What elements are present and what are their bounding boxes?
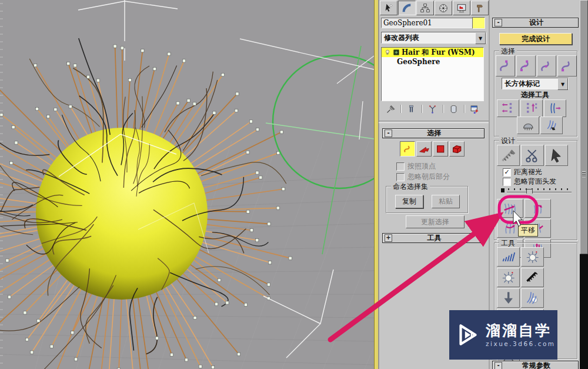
checkbox-icon[interactable]: [396, 173, 405, 181]
display-tab[interactable]: [453, 1, 470, 15]
configure-modifier-sets-button[interactable]: [467, 103, 482, 115]
remove-modifier-button[interactable]: [446, 103, 460, 115]
copy-button[interactable]: 复制: [395, 195, 423, 208]
scrollbar-grip-icon: [582, 171, 586, 177]
pop-zero-tool[interactable]: [497, 268, 520, 287]
expand-icon[interactable]: +: [385, 234, 392, 242]
checkbox-icon[interactable]: [503, 178, 511, 186]
show-end-result-button[interactable]: [405, 103, 419, 115]
guide-select-icons: [496, 55, 577, 77]
separator: [443, 105, 443, 113]
select-whole-guide-icon[interactable]: [516, 55, 536, 77]
design-rollout-header[interactable]: - 设计: [492, 18, 579, 28]
selection-tools-label: 选择工具: [494, 90, 576, 100]
distance-fade-checkbox[interactable]: ✓ 距离褪光: [503, 167, 542, 177]
select-hair-button[interactable]: [545, 145, 568, 166]
modifier-stack[interactable]: Hair 和 Fur (WSM)GeoSphere: [381, 47, 484, 101]
group-title: 命名选择集: [391, 182, 430, 192]
attenuate-tool[interactable]: [521, 247, 544, 267]
modifier-label: Hair 和 Fur (WSM): [402, 48, 475, 58]
general-parameters-rollout-header[interactable]: - 常规参数: [492, 361, 579, 369]
translate-brush-button[interactable]: [497, 199, 523, 218]
slider-ticks: [508, 188, 570, 190]
chevron-down-icon[interactable]: ▼: [475, 32, 486, 44]
hierarchy-tab[interactable]: [416, 1, 434, 15]
by-vertex-checkbox[interactable]: 按照顶点: [396, 161, 436, 171]
invert-selection-icon[interactable]: [497, 99, 519, 117]
selection-rollout-header[interactable]: - 选择: [382, 128, 485, 138]
chevron-down-icon[interactable]: ▼: [557, 78, 568, 90]
object-name-field[interactable]: [381, 18, 473, 28]
stand-brush-button[interactable]: [524, 199, 551, 218]
object-color-swatch[interactable]: [472, 17, 485, 29]
tooltip: 平移: [518, 224, 538, 237]
separator: [422, 105, 422, 113]
modifier-stack-row[interactable]: GeoSphere: [382, 57, 483, 67]
paste-button[interactable]: 粘贴: [432, 195, 460, 208]
selection-extra-icons: [517, 117, 563, 134]
rotate-selection-icon[interactable]: [520, 99, 543, 117]
command-panel-tabs: [380, 1, 489, 15]
separator: [400, 105, 401, 113]
show-hidden-icon[interactable]: [540, 117, 563, 134]
hide-selected-icon[interactable]: [517, 117, 539, 134]
selection-tool-icons: [497, 99, 566, 117]
modifier-stack-toolbar: [381, 102, 484, 115]
hair-groom-tool[interactable]: [521, 288, 544, 308]
marker-display-dropdown[interactable]: 长方体标记 ▼: [502, 78, 569, 89]
style-hair-button[interactable]: [497, 145, 520, 166]
cut-hair-button[interactable]: [521, 145, 544, 166]
ignore-back-hairs-checkbox[interactable]: 忽略背面头发: [503, 177, 556, 187]
motion-tab[interactable]: [435, 1, 452, 15]
collapse-icon[interactable]: -: [385, 129, 392, 137]
select-guides-mode-button[interactable]: [400, 141, 415, 157]
scrollbar-thumb[interactable]: [580, 0, 588, 254]
checkbox-icon[interactable]: [396, 162, 405, 171]
brush-size-slider[interactable]: [501, 186, 572, 195]
viewport-3d[interactable]: [0, 0, 374, 369]
expand-selection-icon[interactable]: [544, 99, 566, 117]
slider-rail: [507, 192, 572, 192]
slider-handle[interactable]: [526, 189, 533, 196]
viewport-canvas[interactable]: [0, 0, 374, 369]
play-logo-icon: [455, 321, 480, 348]
modifier-list-dropdown[interactable]: 修改器列表 ▼: [381, 32, 486, 44]
selection-mode-icons: [400, 141, 465, 157]
collapse-icon[interactable]: -: [495, 19, 502, 26]
select-vertex-icon[interactable]: [537, 55, 556, 77]
separator: [379, 121, 489, 123]
slider-zero-mark: [501, 188, 505, 192]
select-polygon-mode-button[interactable]: [433, 141, 448, 157]
pin-stack-button[interactable]: [383, 103, 397, 115]
modifier-stack-row[interactable]: Hair 和 Fur (WSM): [382, 48, 483, 57]
watermark-url: zixue.3d66.com: [486, 340, 556, 347]
hair-scale-tool[interactable]: [497, 247, 520, 267]
modifier-list-label: 修改器列表: [384, 33, 419, 43]
separator: [464, 105, 465, 113]
ignore-backfacing-checkbox[interactable]: 忽略朝后部分: [396, 172, 450, 182]
checkbox-checked-icon[interactable]: ✓: [503, 168, 511, 177]
collapse-icon[interactable]: -: [495, 362, 502, 369]
select-element-mode-button[interactable]: [449, 141, 465, 157]
reset-rest-tool[interactable]: [497, 288, 520, 308]
watermark-title: 溜溜自学: [486, 323, 556, 338]
modify-tab[interactable]: [398, 1, 416, 15]
styling-mode-icons: [497, 145, 568, 166]
tools-rollout-header[interactable]: + 工具: [382, 233, 485, 243]
3dsmax-window: 修改器列表 ▼ Hair 和 Fur (WSM)GeoSphere - 选择 按…: [0, 0, 588, 369]
select-root-icon[interactable]: [557, 55, 577, 77]
finish-styling-button[interactable]: 完成设计: [499, 33, 572, 45]
create-tab[interactable]: [380, 1, 397, 15]
select-face-mode-button[interactable]: [416, 141, 432, 157]
modifier-label: GeoSphere: [397, 58, 440, 66]
select-tip-icon[interactable]: [496, 55, 515, 77]
utilities-tab[interactable]: [471, 1, 489, 15]
update-selection-button[interactable]: 更新选择: [406, 215, 465, 228]
watermark: 溜溜自学 zixue.3d66.com: [449, 310, 557, 360]
make-unique-button[interactable]: [426, 103, 440, 115]
recomb-tool[interactable]: [521, 268, 544, 287]
panel-scrollbar[interactable]: [580, 0, 588, 369]
